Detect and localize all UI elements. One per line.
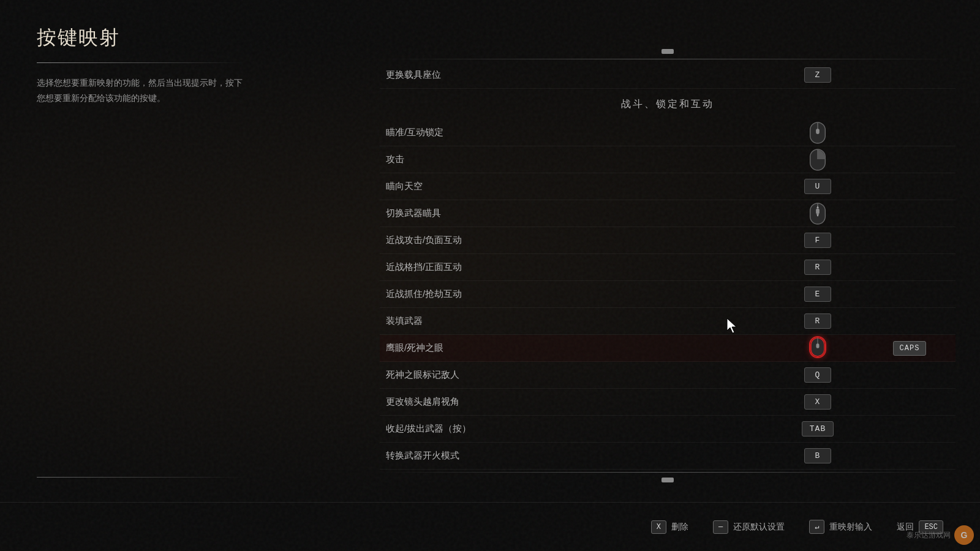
key-cell-melee-block-1[interactable]: R: [772, 260, 864, 275]
key-badge-melee-neg-1: F: [804, 233, 831, 248]
toolbar-reset-label: 还原默认设置: [733, 522, 785, 533]
key-badge-camera-shoulder-1: X: [804, 394, 831, 410]
scroll-down-indicator[interactable]: [662, 478, 674, 482]
scroll-top: [380, 49, 956, 54]
keybind-row-melee-block[interactable]: 近战格挡/正面互动 R: [380, 254, 956, 281]
mouse-middle-eagle-icon: [809, 336, 826, 358]
key-badge-eagle-eye-caps: CAPS: [893, 341, 927, 356]
bottom-separator: [380, 472, 956, 473]
key-cell-holster-1[interactable]: TAB: [772, 421, 864, 437]
key-badge-melee-grab-1: E: [804, 287, 831, 302]
section-header-label: 战斗、锁定和互动: [621, 98, 714, 111]
page-title: 按键映射: [37, 24, 257, 51]
action-label-eagle-eye: 鹰眼/死神之眼: [380, 342, 772, 354]
action-label-look-sky: 瞄向天空: [380, 181, 772, 192]
keybind-row-attack[interactable]: 攻击: [380, 146, 956, 173]
action-label-melee-block: 近战格挡/正面互动: [380, 261, 772, 273]
key-cell-aim-lock-1[interactable]: [772, 122, 864, 144]
page-container: 按键映射 选择您想要重新映射的功能，然后当出现提示时，按下您想要重新分配给该功能…: [0, 0, 980, 551]
toolbar-remap[interactable]: ↵ 重映射输入: [809, 520, 872, 534]
keybind-row-vehicle-seat[interactable]: 更换载具座位 Z: [380, 62, 956, 89]
action-label-switch-scope: 切换武器瞄具: [380, 208, 772, 219]
keybind-row-dead-eye-mark[interactable]: 死神之眼标记敌人 Q: [380, 362, 956, 389]
key-cell-melee-neg-1[interactable]: F: [772, 233, 864, 248]
key-badge-reload-1: R: [804, 313, 831, 329]
scroll-bottom: [380, 478, 956, 482]
keybind-row-eagle-eye[interactable]: 鹰眼/死神之眼 CAPS: [380, 335, 956, 362]
mouse-right-icon: [809, 149, 826, 171]
svg-rect-12: [816, 343, 819, 348]
action-label-aim-lock: 瞄准/互动锁定: [380, 127, 772, 138]
key-badge-dead-eye-mark-1: Q: [804, 367, 831, 383]
key-cell-eagle-eye-1[interactable]: [772, 336, 864, 361]
key-cell-attack-1[interactable]: [772, 149, 864, 171]
key-cell-eagle-eye-2[interactable]: CAPS: [864, 341, 956, 356]
key-cell-camera-shoulder-1[interactable]: X: [772, 394, 864, 410]
keybind-row-look-sky[interactable]: 瞄向天空 U: [380, 173, 956, 200]
section-header-combat: 战斗、锁定和互动: [380, 89, 956, 119]
key-cell-look-sky-1[interactable]: U: [772, 179, 864, 194]
toolbar-reset-key: —: [713, 520, 728, 534]
key-badge-holster-1: TAB: [802, 421, 834, 437]
action-label-vehicle-seat: 更换载具座位: [380, 69, 772, 81]
mouse-middle-icon: [809, 122, 826, 144]
title-divider: [37, 62, 245, 63]
key-cell-switch-scope-1[interactable]: ▲ ▼: [772, 203, 864, 225]
toolbar-remap-label: 重映射输入: [829, 522, 872, 533]
key-badge-vehicle-seat-1: Z: [804, 67, 831, 83]
bottom-toolbar: X 删除 — 还原默认设置 ↵ 重映射输入 返回 ESC: [0, 502, 980, 551]
bottom-left-divider: [37, 477, 245, 478]
action-label-dead-eye-mark: 死神之眼标记敌人: [380, 369, 772, 381]
keybind-row-melee-neg[interactable]: 近战攻击/负面互动 F: [380, 227, 956, 254]
scroll-up-indicator[interactable]: [662, 49, 674, 54]
key-badge-melee-block-1: R: [804, 260, 831, 275]
action-label-fire-mode: 转换武器开火模式: [380, 450, 772, 462]
action-label-camera-shoulder: 更改镜头越肩视角: [380, 396, 772, 408]
svg-rect-2: [816, 129, 820, 134]
toolbar-delete-label: 删除: [671, 522, 688, 533]
keybind-row-holster[interactable]: 收起/拔出武器（按） TAB: [380, 416, 956, 443]
key-cell-melee-grab-1[interactable]: E: [772, 287, 864, 302]
mouse-scroll-icon: ▲ ▼: [809, 203, 826, 225]
svg-text:▲: ▲: [816, 204, 820, 208]
key-cell-vehicle-seat-1[interactable]: Z: [772, 67, 864, 83]
description-text: 选择您想要重新映射的功能，然后当出现提示时，按下您想要重新分配给该功能的按键。: [37, 75, 245, 106]
top-separator: [380, 59, 956, 59]
watermark: 泰乐达游戏网 G: [907, 525, 974, 545]
toolbar-delete[interactable]: X 删除: [651, 520, 688, 534]
action-label-holster: 收起/拔出武器（按）: [380, 423, 772, 435]
key-cell-reload-1[interactable]: R: [772, 313, 864, 329]
keybind-row-melee-grab[interactable]: 近战抓住/抢劫互动 E: [380, 281, 956, 308]
keybind-row-switch-scope[interactable]: 切换武器瞄具 ▲ ▼: [380, 200, 956, 227]
action-label-melee-neg: 近战攻击/负面互动: [380, 234, 772, 246]
toolbar-remap-key: ↵: [809, 520, 824, 534]
keybind-row-camera-shoulder[interactable]: 更改镜头越肩视角 X: [380, 389, 956, 416]
action-label-melee-grab: 近战抓住/抢劫互动: [380, 288, 772, 300]
key-cell-dead-eye-mark-1[interactable]: Q: [772, 367, 864, 383]
left-panel: 按键映射 选择您想要重新映射的功能，然后当出现提示时，按下您想要重新分配给该功能…: [37, 24, 257, 106]
keybind-row-aim-lock[interactable]: 瞄准/互动锁定: [380, 119, 956, 146]
svg-text:▼: ▼: [816, 212, 820, 217]
watermark-logo: G: [954, 525, 974, 545]
keybind-row-fire-mode[interactable]: 转换武器开火模式 B: [380, 443, 956, 470]
toolbar-delete-key: X: [651, 520, 666, 534]
key-badge-fire-mode-1: B: [804, 448, 831, 463]
toolbar-reset[interactable]: — 还原默认设置: [713, 520, 785, 534]
key-cell-fire-mode-1[interactable]: B: [772, 448, 864, 463]
main-content: 更换载具座位 Z 战斗、锁定和互动 瞄准/互动锁定: [380, 49, 956, 502]
action-label-reload: 装填武器: [380, 315, 772, 327]
keybind-row-reload[interactable]: 装填武器 R: [380, 308, 956, 335]
action-label-attack: 攻击: [380, 154, 772, 165]
watermark-text: 泰乐达游戏网: [907, 530, 951, 541]
key-badge-look-sky-1: U: [804, 179, 831, 194]
